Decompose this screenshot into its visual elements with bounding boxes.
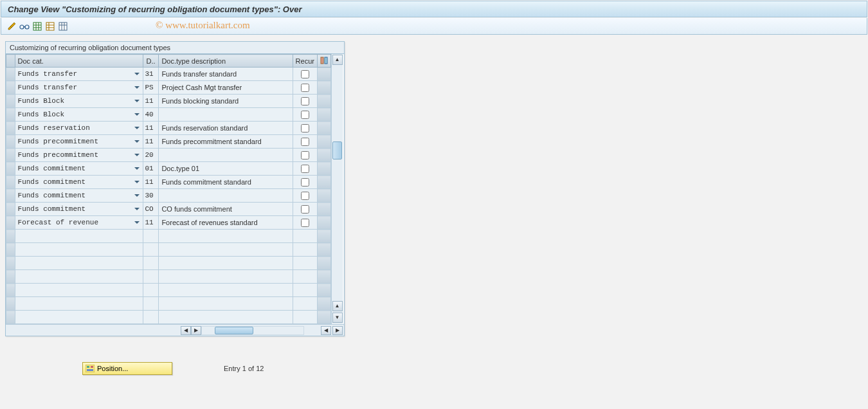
row-selector[interactable] <box>6 135 15 149</box>
edit-pencils-icon[interactable] <box>6 21 17 32</box>
row-selector[interactable] <box>6 68 15 81</box>
recur-checkbox[interactable] <box>301 138 309 146</box>
vertical-scrollbar[interactable]: ▲ ▲ ▼ <box>331 54 343 324</box>
doccat-cell[interactable]: Funds precommitment <box>15 149 143 162</box>
doccat-cell[interactable]: Funds precommitment <box>15 135 143 149</box>
table-row[interactable]: Funds transferPSProject Cash Mgt transfe… <box>6 81 331 95</box>
dropdown-icon[interactable] <box>132 69 141 78</box>
recur-cell[interactable] <box>293 149 317 162</box>
desc-cell[interactable]: Funds transfer standard <box>159 68 293 81</box>
table-row[interactable]: Funds Block11Funds blocking standard <box>6 95 331 108</box>
dcode-cell[interactable]: 11 <box>143 95 159 108</box>
recur-cell[interactable] <box>293 176 317 189</box>
dropdown-icon[interactable] <box>132 150 141 159</box>
recur-checkbox[interactable] <box>301 70 309 78</box>
table-row[interactable]: Funds Block40 <box>6 108 331 122</box>
doccat-cell[interactable]: Funds transfer <box>15 81 143 95</box>
doccat-cell[interactable]: Funds commitment <box>15 189 143 203</box>
dropdown-icon[interactable] <box>132 137 141 146</box>
dcode-cell[interactable]: 01 <box>143 162 159 176</box>
row-selector-header[interactable] <box>6 55 15 68</box>
col-header-doccat[interactable]: Doc cat. <box>15 55 143 68</box>
recur-checkbox[interactable] <box>301 205 309 214</box>
position-button[interactable]: Position... <box>82 362 172 375</box>
table-row[interactable]: Funds commitment01Doc.type 01 <box>6 162 331 176</box>
desc-cell[interactable] <box>159 108 293 122</box>
page-up-icon[interactable]: ▲ <box>332 301 343 311</box>
row-selector[interactable] <box>6 149 15 162</box>
table-row[interactable]: Funds transfer31Funds transfer standard <box>6 68 331 81</box>
desc-cell[interactable]: Funds commitment standard <box>159 176 293 189</box>
dropdown-icon[interactable] <box>132 110 141 119</box>
desc-cell[interactable]: Forecast of revenues standard <box>159 216 293 230</box>
col-header-dcode[interactable]: D.. <box>143 55 159 68</box>
recur-checkbox[interactable] <box>301 151 309 159</box>
doccat-cell[interactable]: Funds reservation <box>15 122 143 135</box>
desc-cell[interactable]: Funds reservation standard <box>159 122 293 135</box>
recur-checkbox[interactable] <box>301 192 309 200</box>
hscroll-thumb[interactable] <box>215 327 253 334</box>
dcode-cell[interactable]: 40 <box>143 108 159 122</box>
configure-columns-icon[interactable] <box>317 55 330 68</box>
recur-cell[interactable] <box>293 108 317 122</box>
dropdown-icon[interactable] <box>132 204 141 214</box>
doccat-cell[interactable]: Funds commitment <box>15 176 143 189</box>
recur-cell[interactable] <box>293 203 317 216</box>
desc-cell[interactable]: CO funds commitment <box>159 203 293 216</box>
desc-cell[interactable]: Doc.type 01 <box>159 162 293 176</box>
desc-cell[interactable]: Funds precommitment standard <box>159 135 293 149</box>
dcode-cell[interactable]: 11 <box>143 176 159 189</box>
recur-cell[interactable] <box>293 68 317 81</box>
delete-icon[interactable] <box>58 21 68 32</box>
recur-cell[interactable] <box>293 135 317 149</box>
recur-checkbox[interactable] <box>301 178 309 186</box>
dcode-cell[interactable]: 11 <box>143 122 159 135</box>
dropdown-icon[interactable] <box>132 164 141 173</box>
table-row[interactable]: Funds precommitment11Funds precommitment… <box>6 135 331 149</box>
table-row[interactable]: Forecast of revenue11Forecast of revenue… <box>6 216 331 230</box>
dropdown-icon[interactable] <box>132 123 141 132</box>
copy-as-icon[interactable] <box>45 21 55 32</box>
recur-checkbox[interactable] <box>301 124 309 132</box>
dropdown-icon[interactable] <box>132 177 141 186</box>
dcode-cell[interactable]: 11 <box>143 216 159 230</box>
scroll-down-icon[interactable]: ▼ <box>332 313 343 323</box>
doccat-cell[interactable]: Funds Block <box>15 108 143 122</box>
recur-checkbox[interactable] <box>301 165 309 173</box>
page-right-icon[interactable]: ◀ <box>321 326 331 335</box>
dcode-cell[interactable]: 31 <box>143 68 159 81</box>
dropdown-icon[interactable] <box>132 83 141 92</box>
recur-cell[interactable] <box>293 189 317 203</box>
doccat-cell[interactable]: Funds transfer <box>15 68 143 81</box>
vscroll-thumb[interactable] <box>332 141 342 159</box>
dcode-cell[interactable]: 20 <box>143 149 159 162</box>
hscroll-track[interactable] <box>201 326 304 335</box>
table-row[interactable]: Funds precommitment20 <box>6 149 331 162</box>
col-header-desc[interactable]: Doc.type description <box>159 55 293 68</box>
desc-cell[interactable] <box>159 189 293 203</box>
recur-cell[interactable] <box>293 81 317 95</box>
row-selector[interactable] <box>6 216 15 230</box>
recur-cell[interactable] <box>293 216 317 230</box>
desc-cell[interactable] <box>159 149 293 162</box>
dropdown-icon[interactable] <box>132 96 141 105</box>
table-row[interactable]: Funds commitmentCOCO funds commitment <box>6 203 331 216</box>
dcode-cell[interactable]: PS <box>143 81 159 95</box>
dcode-cell[interactable]: 30 <box>143 189 159 203</box>
vscroll-track[interactable] <box>332 77 342 302</box>
recur-cell[interactable] <box>293 95 317 108</box>
desc-cell[interactable]: Project Cash Mgt transfer <box>159 81 293 95</box>
dropdown-icon[interactable] <box>132 218 141 227</box>
table-row[interactable]: Funds commitment30 <box>6 189 331 203</box>
dcode-cell[interactable]: CO <box>143 203 159 216</box>
recur-cell[interactable] <box>293 162 317 176</box>
col-header-recur[interactable]: Recur <box>293 55 317 68</box>
scroll-right-icon[interactable]: ▶ <box>332 326 343 335</box>
row-selector[interactable] <box>6 162 15 176</box>
row-selector[interactable] <box>6 108 15 122</box>
row-selector[interactable] <box>6 95 15 108</box>
display-glasses-icon[interactable] <box>19 21 30 32</box>
recur-checkbox[interactable] <box>301 97 309 105</box>
scroll-left-icon[interactable]: ◀ <box>181 326 191 335</box>
dcode-cell[interactable]: 11 <box>143 135 159 149</box>
